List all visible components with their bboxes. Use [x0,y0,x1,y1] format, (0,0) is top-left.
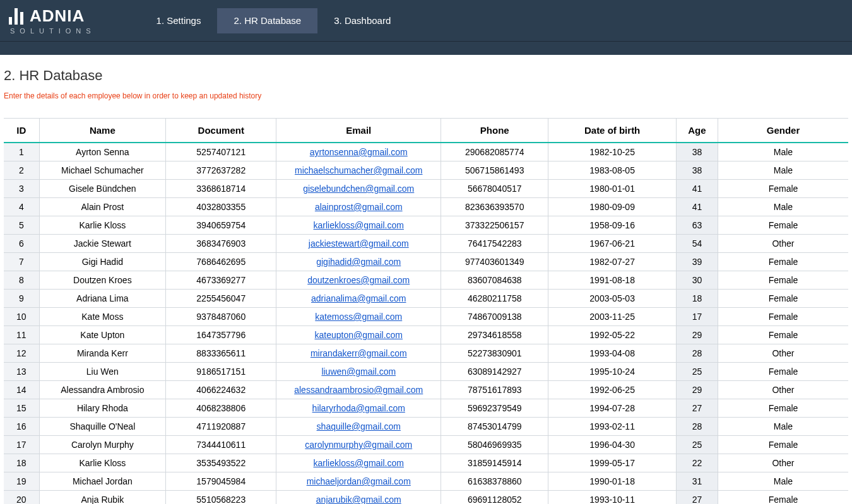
cell-gender[interactable]: Female [718,290,849,308]
cell-email[interactable]: liuwen@gmail.com [276,363,441,381]
cell-phone[interactable]: 76417542283 [441,235,548,253]
cell-id[interactable]: 10 [4,308,39,326]
cell-id[interactable]: 9 [4,290,39,308]
cell-name[interactable]: Shaquille O'Neal [39,418,165,436]
email-link[interactable]: ayrtonsenna@gmail.com [310,147,408,157]
email-link[interactable]: michaeljordan@gmail.com [307,476,411,486]
cell-document[interactable]: 5257407121 [166,143,276,161]
cell-document[interactable]: 9186517151 [166,363,276,381]
cell-gender[interactable]: Female [718,363,849,381]
email-link[interactable]: adrianalima@gmail.com [311,293,406,303]
cell-document[interactable]: 1579045984 [166,472,276,491]
cell-email[interactable]: ayrtonsenna@gmail.com [276,143,441,161]
cell-id[interactable]: 12 [4,344,39,363]
cell-phone[interactable]: 78751617893 [441,381,548,399]
cell-dob[interactable]: 1982-07-27 [548,253,676,271]
cell-gender[interactable]: Other [718,381,849,399]
cell-email[interactable]: gigihadid@gmail.com [276,253,441,271]
cell-phone[interactable]: 31859145914 [441,454,548,472]
cell-email[interactable]: mirandakerr@gmail.com [276,344,441,363]
cell-name[interactable]: Karlie Kloss [39,454,165,472]
cell-dob[interactable]: 1983-08-05 [548,161,676,180]
cell-gender[interactable]: Female [718,271,849,290]
cell-id[interactable]: 11 [4,326,39,344]
cell-dob[interactable]: 1980-01-01 [548,180,676,198]
cell-phone[interactable]: 58046969935 [441,436,548,454]
cell-document[interactable]: 4711920887 [166,418,276,436]
cell-dob[interactable]: 1993-10-11 [548,491,676,505]
cell-email[interactable]: alainprost@gmail.com [276,198,441,216]
cell-email[interactable]: michaeljordan@gmail.com [276,472,441,491]
email-link[interactable]: alainprost@gmail.com [315,202,403,212]
cell-email[interactable]: alessandraambrosio@gmail.com [276,381,441,399]
cell-id[interactable]: 14 [4,381,39,399]
cell-phone[interactable]: 373322506157 [441,216,548,235]
cell-name[interactable]: Kate Upton [39,326,165,344]
cell-name[interactable]: Adriana Lima [39,290,165,308]
cell-document[interactable]: 1647357796 [166,326,276,344]
cell-document[interactable]: 4068238806 [166,399,276,418]
cell-gender[interactable]: Male [718,418,849,436]
cell-name[interactable]: Miranda Kerr [39,344,165,363]
cell-email[interactable]: carolynmurphy@gmail.com [276,436,441,454]
cell-document[interactable]: 5510568223 [166,491,276,505]
cell-gender[interactable]: Female [718,399,849,418]
cell-id[interactable]: 19 [4,472,39,491]
cell-phone[interactable]: 52273830901 [441,344,548,363]
cell-email[interactable]: hilaryrhoda@gmail.com [276,399,441,418]
email-link[interactable]: kateupton@gmail.com [314,330,403,340]
cell-gender[interactable]: Female [718,253,849,271]
cell-dob[interactable]: 1999-05-17 [548,454,676,472]
cell-document[interactable]: 9378487060 [166,308,276,326]
tab-hr-database[interactable]: 2. HR Database [217,8,317,33]
cell-document[interactable]: 3683476903 [166,235,276,253]
cell-phone[interactable]: 74867009138 [441,308,548,326]
cell-id[interactable]: 4 [4,198,39,216]
cell-phone[interactable]: 29734618558 [441,326,548,344]
cell-document[interactable]: 3535493522 [166,454,276,472]
cell-dob[interactable]: 1991-08-18 [548,271,676,290]
cell-document[interactable]: 3940659754 [166,216,276,235]
email-link[interactable]: anjarubik@gmail.com [316,495,401,504]
cell-document[interactable]: 2255456047 [166,290,276,308]
cell-id[interactable]: 7 [4,253,39,271]
cell-gender[interactable]: Male [718,472,849,491]
cell-name[interactable]: Liu Wen [39,363,165,381]
cell-dob[interactable]: 1996-04-30 [548,436,676,454]
cell-phone[interactable]: 59692379549 [441,399,548,418]
cell-email[interactable]: doutzenkroes@gmail.com [276,271,441,290]
cell-id[interactable]: 3 [4,180,39,198]
cell-phone[interactable]: 69691128052 [441,491,548,505]
email-link[interactable]: gigihadid@gmail.com [316,257,401,267]
cell-email[interactable]: karliekloss@gmail.com [276,216,441,235]
cell-name[interactable]: Karlie Kloss [39,216,165,235]
email-link[interactable]: carolynmurphy@gmail.com [305,440,412,450]
cell-gender[interactable]: Female [718,326,849,344]
cell-gender[interactable]: Male [718,143,849,161]
tab-settings[interactable]: 1. Settings [140,8,218,33]
cell-id[interactable]: 15 [4,399,39,418]
cell-id[interactable]: 18 [4,454,39,472]
cell-name[interactable]: Hilary Rhoda [39,399,165,418]
cell-email[interactable]: katemoss@gmail.com [276,308,441,326]
cell-dob[interactable]: 2003-05-03 [548,290,676,308]
cell-id[interactable]: 17 [4,436,39,454]
cell-dob[interactable]: 1982-10-25 [548,143,676,161]
email-link[interactable]: hilaryrhoda@gmail.com [312,403,405,413]
cell-document[interactable]: 7344410611 [166,436,276,454]
cell-email[interactable]: adrianalima@gmail.com [276,290,441,308]
cell-dob[interactable]: 1958-09-16 [548,216,676,235]
cell-dob[interactable]: 1992-05-22 [548,326,676,344]
email-link[interactable]: liuwen@gmail.com [321,366,396,377]
cell-document[interactable]: 3368618714 [166,180,276,198]
cell-name[interactable]: Alessandra Ambrosio [39,381,165,399]
cell-name[interactable]: Alain Prost [39,198,165,216]
email-link[interactable]: michaelschumacher@gmail.com [295,165,423,175]
cell-email[interactable]: giselebundchen@gmail.com [276,180,441,198]
email-link[interactable]: alessandraambrosio@gmail.com [294,385,423,395]
cell-name[interactable]: Anja Rubik [39,491,165,505]
cell-gender[interactable]: Male [718,161,849,180]
cell-name[interactable]: Gisele Bündchen [39,180,165,198]
cell-phone[interactable]: 506715861493 [441,161,548,180]
cell-document[interactable]: 3772637282 [166,161,276,180]
